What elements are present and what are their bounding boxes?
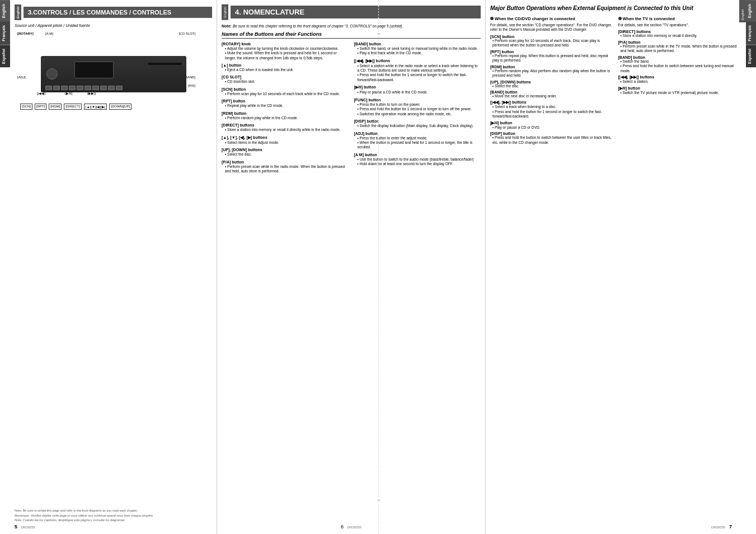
page6-title: 4. NOMENCLATURE [231,6,481,18]
page7-main-title: Major Button Operations when External Eq… [490,4,730,12]
nom-item-scn: [SCN] button Perform scan play for 10 se… [222,87,349,96]
d-btn-5 [77,86,83,90]
nom-col-right: [BAND] button Switch the band, or seek t… [354,42,481,177]
pa-label: [P/A] [188,84,195,87]
d-btn-10 [116,86,123,90]
names-title: Names of the Buttons and their Functions [222,31,481,39]
section-page6: English 4. NOMENCLATURE Note: Be sure to… [217,0,486,534]
page5-number: 5 DR29255 [15,524,35,530]
d-btn-1 [45,86,52,90]
cd-dvd-subsection: When the CD/DVD changer is connected For… [490,16,614,145]
page7-docid: DR29255 [711,526,725,529]
tv-intro: For details, see the section "TV operati… [618,23,742,27]
footer-note2: Remarque: Veuillez déplier cette page et… [15,514,212,518]
cd-dvd-column: When the CD/DVD changer is connected For… [490,16,614,149]
page6-number: 6 DR29255 [341,524,361,530]
tv-bullet [618,17,622,20]
device-body [41,56,186,92]
device-buttons [45,86,182,90]
d-btn-4 [69,86,76,90]
nom-item-func: [FUNC] button Press the button to turn o… [354,98,481,116]
tick-top [377,34,381,34]
nom-item-disp: [DISP] button Switch the display indicat… [354,119,481,128]
lang-tab-right-english[interactable]: English [746,0,756,21]
scn-btn-label: [SCN] [20,104,32,110]
device-knob [46,68,58,79]
nom-item-rpt: [RPT] button Repeat play while in the CD… [222,99,349,108]
cd-dvd-title: When the CD/DVD changer is connected [490,16,614,21]
downup-btn-label: [DOWN][UP] [109,104,132,110]
nom-item-am: [A·M] button Use the button to switch to… [354,153,481,167]
device-diagram-wrapper: [ROTARY] [A·M] [CD SLOT] [ADJ] [DISP] [F… [15,31,212,132]
section-page7: English Major Button Operations when Ext… [486,0,746,534]
nom-item-pa: [P/A] button Perform preset scan while i… [222,160,349,174]
cd-scn-item: [SCN] button Perform scan play for 10 se… [490,35,614,48]
tv-subsection: When the TV is connected For details, se… [618,16,742,95]
page6-note-block: Note: Be sure to read this chapter refer… [222,24,481,29]
page5-docid: DR29255 [21,526,35,529]
lang-tab-right-espanol[interactable]: Español [746,45,756,67]
tv-title: When the TV is connected [618,16,742,21]
cd-updown-item: [UP], [DOWN] buttons Select the disc. [490,80,614,88]
tv-direct-item: [DIRECT] buttons Store a station into me… [618,30,742,38]
page5-header: English 3.CONTROLS / LES COMMANDES / CON… [15,4,212,20]
nom-item-adj: [ADJ] button Press the button to enter t… [354,132,481,150]
lang-tabs-left: English Français Español [0,0,10,534]
d-btn-9 [108,86,115,90]
d-btn-8 [100,86,107,90]
lang-tabs-right: English Français Español [746,0,756,534]
cd-rdm-item: [RDM] button Perform random play. Also p… [490,65,614,78]
cd-dvd-bullet [490,17,494,20]
page6-docid: DR29255 [348,526,361,529]
note-text: Be sure to read this chapter referring t… [233,24,403,28]
lang-tab-francais[interactable]: Français [0,21,10,45]
page6-badge: English [222,4,228,20]
cd-rpt-item: [RPT] button Perform repeat play. When t… [490,50,614,63]
cd-dvd-intro: For details, see the section "CD changer… [490,23,614,32]
nom-item-rdm: [RDM] button Perform random play while i… [222,111,349,120]
nom-item-band: [BAND] button Switch the band, or seek t… [354,42,481,56]
page-container: English Français Español English Françai… [0,0,756,534]
tv-band-item: [BAND] button Switch the band.Press and … [618,55,742,73]
source-unit-label: Source unit / Appareil pilote / Unidad f… [15,24,212,27]
d-btn-3 [61,86,68,90]
lang-tab-english[interactable]: English [0,0,10,21]
adj-label: [ADJ] [17,76,26,79]
center-fold [378,0,379,534]
cd-band-item: [BAND] button Move the next disc in incr… [490,90,614,99]
cd-skip-item: [|◀◀], [▶▶|] buttons Select a track when… [490,100,614,119]
nom-item-direct: [DIRECT] buttons Store a station into me… [222,123,349,132]
nom-item-updown: [UP], [DOWN] buttons Select the disc. [222,148,349,157]
page7-number: DR29255 7 [711,524,732,530]
direct-btn-label: [DIRECT] [64,104,82,110]
footer-note1: Note: Be sure to unfold this page and re… [15,509,212,513]
tv-column: When the TV is connected For details, se… [618,16,742,149]
bottom-labels: [SCN] [RPT] [RDM] [DIRECT] [▲][▼][◀][▶] … [20,104,206,110]
nom-item-rotary: [ROTARY] knob Adjust the volume by turni… [222,42,349,60]
ext-columns: When the CD/DVD changer is connected For… [490,16,741,149]
tick-bottom [377,500,381,500]
nom-item-playpause: [▶/II] button Play or pause a CD while i… [354,85,481,95]
d-btn-6 [84,86,91,90]
rotary-label: [ROTARY] [17,32,34,35]
footer-notes: Note: Be sure to unfold this page and re… [15,509,212,523]
rpt-btn-label: [RPT] [35,104,46,110]
lang-tab-right-francais[interactable]: Français [746,21,756,45]
device-display [74,62,114,78]
tv-playpause-item: [▶/II] button Switch the TV picture mode… [618,86,742,95]
page5-title: 3.CONTROLS / LES COMMANDES / CONTROLES [24,7,212,18]
cdslot-label: [CD SLOT] [179,32,195,35]
section-page5: English 3.CONTROLS / LES COMMANDES / CON… [10,0,217,534]
nomenclature-columns: [ROTARY] knob Adjust the volume by turni… [222,42,481,177]
nom-col-left: [ROTARY] knob Adjust the volume by turni… [222,42,349,177]
page7-badge: English [739,0,746,22]
note-label: Note: [222,24,232,28]
nom-item-cdslot: [CD SLOT] CD insertion slot. [222,75,349,84]
cd-disp-item: [DISP] button Press and hold the button … [490,132,614,145]
rdm-btn-label: [RDM] [49,104,62,110]
tv-skip-item: [|◀◀], [▶▶|] buttons Select a station. [618,75,742,84]
device-slot [148,63,182,65]
lang-tab-espanol[interactable]: Español [0,45,10,67]
updown-btn-label: [▲][▼][◀][▶] [84,104,107,110]
page6-header: English 4. NOMENCLATURE [222,4,481,20]
